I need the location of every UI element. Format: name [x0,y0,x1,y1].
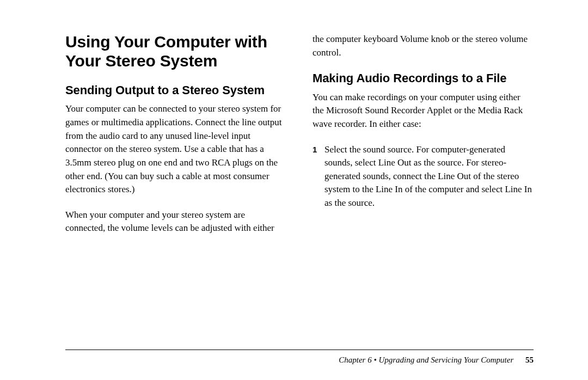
page-number: 55 [525,356,534,364]
paragraph: You can make recordings on your computer… [313,91,534,131]
section-heading-sending-output: Sending Output to a Stereo System [65,83,286,97]
page-footer: Chapter 6 • Upgrading and Servicing Your… [65,350,534,365]
paragraph: Your computer can be connected to your s… [65,102,286,196]
text-columns: Using Your Computer with Your Stereo Sys… [65,33,534,338]
document-page: Using Your Computer with Your Stereo Sys… [0,0,588,380]
footer-text: Chapter 6 • Upgrading and Servicing Your… [65,356,534,365]
footer-divider [65,350,534,350]
step-text: Select the sound source. For computer-ge… [324,143,534,210]
chapter-label: Chapter 6 • Upgrading and Servicing Your… [339,356,513,364]
numbered-step: 1 Select the sound source. For computer-… [313,143,534,210]
step-number: 1 [313,143,324,210]
section-heading-making-recordings: Making Audio Recordings to a File [313,71,534,85]
main-heading: Using Your Computer with Your Stereo Sys… [65,33,286,70]
